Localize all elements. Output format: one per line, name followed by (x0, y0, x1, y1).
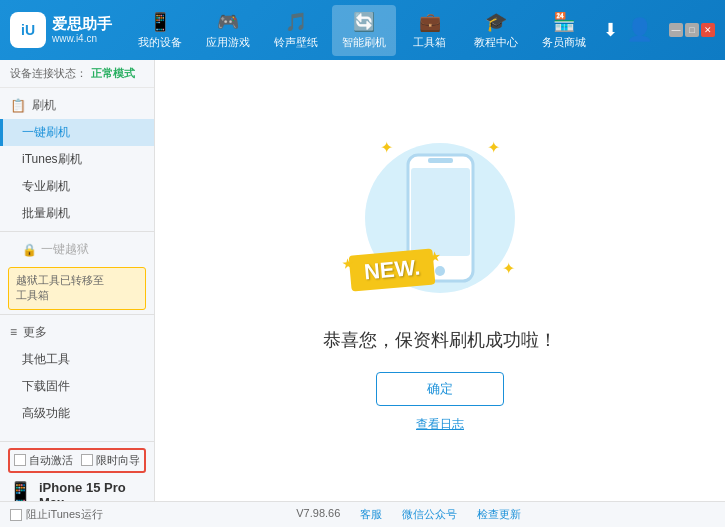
version-label: V7.98.66 (296, 507, 340, 522)
header-right: ⬇ 👤 — □ ✕ (603, 17, 715, 43)
window-controls: — □ ✕ (669, 23, 715, 37)
nav-tutorials[interactable]: 🎓 教程中心 (464, 5, 528, 56)
nav-smart-flash[interactable]: 🔄 智能刷机 (332, 5, 396, 56)
toolbox-icon: 💼 (419, 11, 441, 33)
service-icon: 🏪 (553, 11, 575, 33)
auto-activate-label: 自动激活 (29, 453, 73, 468)
svg-rect-1 (411, 168, 470, 256)
ringtones-icon: 🎵 (285, 11, 307, 33)
more-section: ≡ 更多 其他工具 下载固件 高级功能 (0, 319, 154, 427)
more-icon: ≡ (10, 325, 17, 339)
auto-activate-checkbox[interactable]: 自动激活 (14, 453, 73, 468)
batch-flash-label: 批量刷机 (22, 206, 70, 220)
new-badge-text: NEW. (363, 255, 421, 285)
device-details: iPhone 15 Pro Max 512GB iPhone (39, 480, 146, 501)
nav-my-device[interactable]: 📱 我的设备 (128, 5, 192, 56)
time-guide-checkbox[interactable]: 限时向导 (81, 453, 140, 468)
tutorials-icon: 🎓 (485, 11, 507, 33)
itunes-flash-label: iTunes刷机 (22, 152, 82, 166)
maximize-button[interactable]: □ (685, 23, 699, 37)
auto-activate-cb[interactable] (14, 454, 26, 466)
sparkle-icon-3: ✦ (502, 259, 515, 278)
footer-update-link[interactable]: 检查更新 (477, 507, 521, 522)
advanced-label: 高级功能 (22, 406, 70, 420)
footer-left: 阻止iTunes运行 (10, 507, 103, 522)
footer: 阻止iTunes运行 V7.98.66 客服 微信公众号 检查更新 (0, 501, 725, 527)
close-button[interactable]: ✕ (701, 23, 715, 37)
main-layout: 设备连接状态： 正常模式 📋 刷机 一键刷机 iTunes刷机 专业刷机 批量刷… (0, 60, 725, 501)
itunes-label: 阻止iTunes运行 (26, 507, 103, 522)
sidebar-item-other-tools[interactable]: 其他工具 (0, 346, 154, 373)
status-value: 正常模式 (91, 66, 135, 81)
sidebar-item-itunes-flash[interactable]: iTunes刷机 (0, 146, 154, 173)
logo-text: 爱思助手 www.i4.cn (52, 15, 112, 45)
time-guide-cb[interactable] (81, 454, 93, 466)
flash-section: 📋 刷机 一键刷机 iTunes刷机 专业刷机 批量刷机 (0, 92, 154, 227)
nav-bar: 📱 我的设备 🎮 应用游戏 🎵 铃声壁纸 🔄 智能刷机 💼 工具箱 🎓 教程中心… (120, 5, 603, 56)
device-phone-icon: 📱 (8, 480, 33, 501)
jailbreak-section-header: 🔒 一键越狱 (0, 236, 154, 263)
success-text: 恭喜您，保资料刷机成功啦！ (323, 328, 557, 352)
user-button[interactable]: 👤 (626, 17, 653, 43)
itunes-checkbox[interactable] (10, 509, 22, 521)
device-info: 📱 iPhone 15 Pro Max 512GB iPhone (8, 477, 146, 501)
footer-wechat-link[interactable]: 微信公众号 (402, 507, 457, 522)
flash-section-icon: 📋 (10, 98, 26, 113)
divider-2 (0, 314, 154, 315)
auto-activate-row: 自动激活 限时向导 (8, 448, 146, 473)
footer-service-link[interactable]: 客服 (360, 507, 382, 522)
sidebar-item-pro-flash[interactable]: 专业刷机 (0, 173, 154, 200)
logo: iU 爱思助手 www.i4.cn (10, 12, 120, 48)
nav-toolbox[interactable]: 💼 工具箱 (400, 5, 460, 56)
my-device-icon: 📱 (149, 11, 171, 33)
status-bar: 设备连接状态： 正常模式 (0, 60, 154, 88)
brand-name: 爱思助手 (52, 15, 112, 33)
one-key-flash-label: 一键刷机 (22, 125, 70, 139)
flash-section-label: 刷机 (32, 97, 56, 114)
nav-toolbox-label: 工具箱 (413, 35, 446, 50)
jailbreak-notice: 越狱工具已转移至工具箱 (8, 267, 146, 310)
success-image: NEW. ✦ ✦ ✦ (360, 128, 520, 308)
header: iU 爱思助手 www.i4.cn 📱 我的设备 🎮 应用游戏 🎵 铃声壁纸 🔄… (0, 0, 725, 60)
status-label: 设备连接状态： (10, 66, 87, 81)
logo-icon: iU (10, 12, 46, 48)
divider-1 (0, 231, 154, 232)
jailbreak-section: 🔒 一键越狱 越狱工具已转移至工具箱 (0, 236, 154, 310)
download-firmware-label: 下载固件 (22, 379, 70, 393)
sidebar-item-batch-flash[interactable]: 批量刷机 (0, 200, 154, 227)
more-section-header: ≡ 更多 (0, 319, 154, 346)
brand-url: www.i4.cn (52, 33, 112, 45)
nav-my-device-label: 我的设备 (138, 35, 182, 50)
nav-service[interactable]: 🏪 务员商城 (532, 5, 596, 56)
footer-center: V7.98.66 客服 微信公众号 检查更新 (296, 507, 521, 522)
lock-icon: 🔒 (22, 243, 37, 257)
sidebar-item-one-key-flash[interactable]: 一键刷机 (0, 119, 154, 146)
flash-section-header: 📋 刷机 (0, 92, 154, 119)
device-name: iPhone 15 Pro Max (39, 480, 146, 501)
sparkle-icon-2: ✦ (487, 138, 500, 157)
nav-tutorials-label: 教程中心 (474, 35, 518, 50)
minimize-button[interactable]: — (669, 23, 683, 37)
log-link[interactable]: 查看日志 (416, 416, 464, 433)
other-tools-label: 其他工具 (22, 352, 70, 366)
time-guide-label: 限时向导 (96, 453, 140, 468)
pro-flash-label: 专业刷机 (22, 179, 70, 193)
device-section: 自动激活 限时向导 📱 iPhone 15 Pro Max 512GB iPho… (0, 441, 154, 501)
sidebar-item-advanced[interactable]: 高级功能 (0, 400, 154, 427)
jailbreak-label: 一键越狱 (41, 241, 89, 258)
more-label: 更多 (23, 324, 47, 341)
apps-games-icon: 🎮 (217, 11, 239, 33)
nav-ringtones-label: 铃声壁纸 (274, 35, 318, 50)
sparkle-icon-1: ✦ (380, 138, 393, 157)
nav-ringtones[interactable]: 🎵 铃声壁纸 (264, 5, 328, 56)
nav-service-label: 务员商城 (542, 35, 586, 50)
new-badge: NEW. (349, 248, 436, 291)
nav-apps-games[interactable]: 🎮 应用游戏 (196, 5, 260, 56)
confirm-button[interactable]: 确定 (376, 372, 504, 406)
smart-flash-icon: 🔄 (353, 11, 375, 33)
download-button[interactable]: ⬇ (603, 19, 618, 41)
sidebar-item-download-firmware[interactable]: 下载固件 (0, 373, 154, 400)
content-area: NEW. ✦ ✦ ✦ 恭喜您，保资料刷机成功啦！ 确定 查看日志 (155, 60, 725, 501)
nav-smart-flash-label: 智能刷机 (342, 35, 386, 50)
svg-point-3 (435, 266, 445, 276)
